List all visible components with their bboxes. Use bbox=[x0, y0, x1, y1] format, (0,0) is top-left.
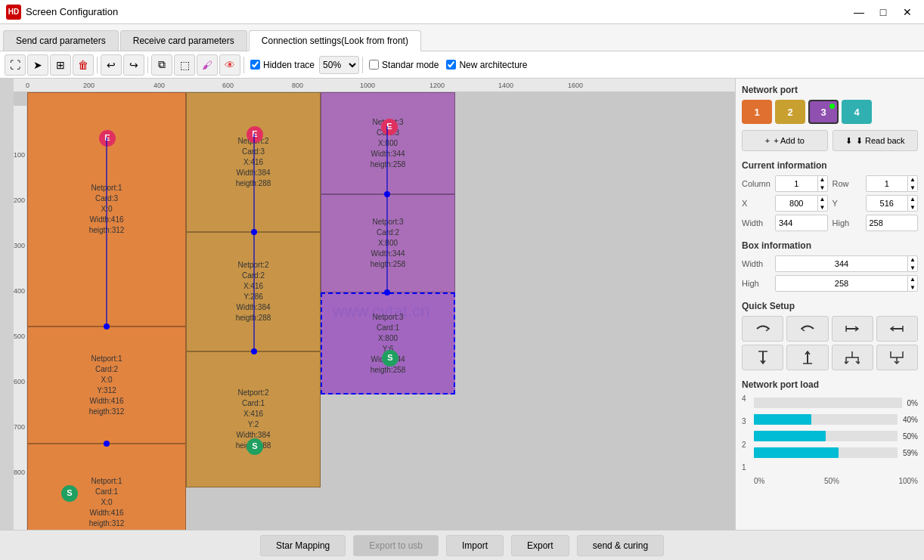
bh-down-arrow[interactable]: ▼ bbox=[908, 283, 917, 292]
tab-connection-settings[interactable]: Connection settings(Look from front) bbox=[249, 30, 421, 51]
box-width-spin[interactable]: 344 ▲ ▼ bbox=[775, 255, 918, 272]
canvas-area[interactable]: 0 200 400 600 800 1000 1200 1400 1600 10… bbox=[0, 79, 735, 530]
y-up-arrow[interactable]: ▲ bbox=[908, 195, 917, 203]
send-curing-button[interactable]: send & curing bbox=[577, 535, 664, 556]
box-high-spin[interactable]: 258 ▲ ▼ bbox=[775, 275, 918, 292]
segment-netport2-card1[interactable]: Netport:2Card:1X:416Y:2Width:384heigth:2… bbox=[186, 351, 321, 487]
add-to-button[interactable]: + + Add to bbox=[742, 130, 828, 151]
node-e-3[interactable]: E bbox=[381, 119, 398, 135]
qs-btn-5[interactable] bbox=[786, 345, 828, 370]
new-arch-check[interactable]: New architecture bbox=[446, 60, 527, 70]
qs-btn-0[interactable] bbox=[742, 316, 783, 342]
chart-y-labels: 4 3 2 1 bbox=[742, 394, 754, 472]
node-s-1[interactable]: S bbox=[61, 485, 78, 502]
net-port-1[interactable]: 1 bbox=[742, 100, 772, 124]
col-down-arrow[interactable]: ▼ bbox=[818, 184, 827, 192]
column-arrows[interactable]: ▲ ▼ bbox=[817, 175, 827, 192]
hidden-trace-check[interactable]: Hidden trace bbox=[250, 60, 315, 70]
y-down-arrow[interactable]: ▼ bbox=[908, 203, 917, 212]
chart-body: 4 3 2 1 0% bbox=[742, 394, 918, 472]
row-up-arrow[interactable]: ▲ bbox=[908, 175, 917, 184]
net-port-4[interactable]: 4 bbox=[842, 100, 872, 124]
download-icon: ⬇ bbox=[845, 136, 852, 146]
maximize-button[interactable]: □ bbox=[873, 5, 894, 20]
segment-netport3-card1[interactable]: Netport:3Card:1X:800Y:6Width:344heigth:2… bbox=[321, 292, 455, 394]
chart-bar-4: 0% bbox=[754, 396, 918, 410]
segment-netport3-card2[interactable]: Netport:3Card:2X:800Width:344heigth:258 bbox=[321, 194, 455, 292]
column-label: Column bbox=[742, 179, 772, 188]
standard-mode-checkbox[interactable] bbox=[369, 60, 379, 70]
paste-button[interactable]: ⬚ bbox=[174, 54, 195, 76]
qs-btn-1[interactable] bbox=[786, 316, 828, 342]
chart-bar-bg-3 bbox=[754, 414, 898, 425]
hidden-trace-label: Hidden trace bbox=[263, 60, 315, 70]
row-down-arrow[interactable]: ▼ bbox=[908, 184, 917, 192]
node-e-2[interactable]: E bbox=[247, 126, 263, 143]
grid-button[interactable]: ⊞ bbox=[50, 54, 71, 76]
chart-bar-pct-1: 59% bbox=[903, 449, 918, 457]
x-down-arrow[interactable]: ▼ bbox=[818, 203, 827, 212]
star-mapping-button[interactable]: Star Mapping bbox=[260, 535, 346, 556]
standard-mode-check[interactable]: Standar mode bbox=[369, 60, 439, 70]
export-usb-button[interactable]: Export to usb bbox=[353, 535, 439, 556]
box-width-arrows[interactable]: ▲ ▼ bbox=[907, 255, 917, 272]
segment-netport3-card3[interactable]: Netport:3Card:3X:800Width:344heigth:258 … bbox=[321, 92, 455, 194]
delete-button[interactable]: 🗑 bbox=[73, 54, 94, 76]
x-arrows[interactable]: ▲ ▼ bbox=[817, 195, 827, 212]
qs-btn-6[interactable] bbox=[832, 345, 873, 370]
hidden-trace-checkbox[interactable] bbox=[250, 60, 260, 70]
chart-bar-pct-4: 0% bbox=[907, 399, 918, 407]
y-spin[interactable]: 516 ▲ ▼ bbox=[866, 195, 919, 212]
col-up-arrow[interactable]: ▲ bbox=[818, 175, 827, 184]
column-spin[interactable]: 1 ▲ ▼ bbox=[775, 175, 828, 192]
export-button[interactable]: Export bbox=[511, 535, 569, 556]
chart-bar-bg-4 bbox=[754, 398, 902, 408]
segment-netport1-card1[interactable]: Netport:1Card:1X:0Width:416heigth:312 S bbox=[27, 444, 186, 530]
y-arrows[interactable]: ▲ ▼ bbox=[907, 195, 917, 212]
chart-x-100: 100% bbox=[898, 477, 918, 485]
bw-down-arrow[interactable]: ▼ bbox=[908, 264, 917, 272]
import-button[interactable]: Import bbox=[446, 535, 504, 556]
net-port-3[interactable]: 3 bbox=[808, 100, 839, 124]
node-s-3[interactable]: S bbox=[382, 350, 398, 367]
canvas-content[interactable]: 100 200 300 400 500 600 700 800 www.cvta… bbox=[14, 92, 735, 530]
net-port-2[interactable]: 2 bbox=[775, 100, 805, 124]
title-bar: HD Screen Configuration — □ ✕ bbox=[0, 0, 924, 24]
close-button[interactable]: ✕ bbox=[897, 5, 918, 20]
x-value: 800 bbox=[776, 199, 817, 208]
qs-btn-4[interactable] bbox=[742, 345, 783, 370]
node-s-2[interactable]: S bbox=[247, 438, 263, 455]
box-high-arrows[interactable]: ▲ ▼ bbox=[907, 275, 917, 292]
new-arch-checkbox[interactable] bbox=[446, 60, 456, 70]
brush-button[interactable]: 🖌 bbox=[197, 54, 218, 76]
x-row: X 800 ▲ ▼ bbox=[742, 195, 828, 212]
main-area: 0 200 400 600 800 1000 1200 1400 1600 10… bbox=[0, 79, 924, 530]
action-row: + + Add to ⬇ ⬇ Read back bbox=[742, 130, 918, 151]
qs-btn-3[interactable] bbox=[876, 316, 918, 342]
arrow-button[interactable]: ➤ bbox=[27, 54, 48, 76]
bh-up-arrow[interactable]: ▲ bbox=[908, 275, 917, 283]
redo-button[interactable]: ↪ bbox=[123, 54, 144, 76]
qs-btn-7[interactable] bbox=[876, 345, 918, 370]
tab-receive-card[interactable]: Receive card parameters bbox=[120, 30, 247, 51]
x-spin[interactable]: 800 ▲ ▼ bbox=[775, 195, 828, 212]
fit-screen-button[interactable]: ⛶ bbox=[5, 54, 26, 76]
bw-up-arrow[interactable]: ▲ bbox=[908, 255, 917, 264]
read-back-button[interactable]: ⬇ ⬇ Read back bbox=[833, 130, 919, 151]
node-e-1[interactable]: E bbox=[99, 130, 116, 147]
row-spin[interactable]: 1 ▲ ▼ bbox=[866, 175, 919, 192]
eye-button[interactable]: 👁 bbox=[219, 54, 240, 76]
copy-button[interactable]: ⧉ bbox=[151, 54, 172, 76]
qs-btn-2[interactable] bbox=[832, 316, 873, 342]
row-arrows[interactable]: ▲ ▼ bbox=[907, 175, 917, 192]
trace-percent-select[interactable]: 50% 25% 75% 100% bbox=[319, 56, 359, 74]
tab-send-card[interactable]: Send card parameters bbox=[3, 30, 119, 51]
chart-bar-fill-3 bbox=[754, 414, 811, 425]
column-value: 1 bbox=[776, 179, 817, 188]
minimize-button[interactable]: — bbox=[848, 5, 870, 20]
box-width-value: 344 bbox=[776, 259, 907, 268]
undo-button[interactable]: ↩ bbox=[101, 54, 122, 76]
x-up-arrow[interactable]: ▲ bbox=[818, 195, 827, 203]
quick-setup-title: Quick Setup bbox=[742, 301, 918, 311]
segment-netport1-card2[interactable]: Netport:1Card:2X:0Y:312Width:416heigth:3… bbox=[27, 326, 186, 444]
